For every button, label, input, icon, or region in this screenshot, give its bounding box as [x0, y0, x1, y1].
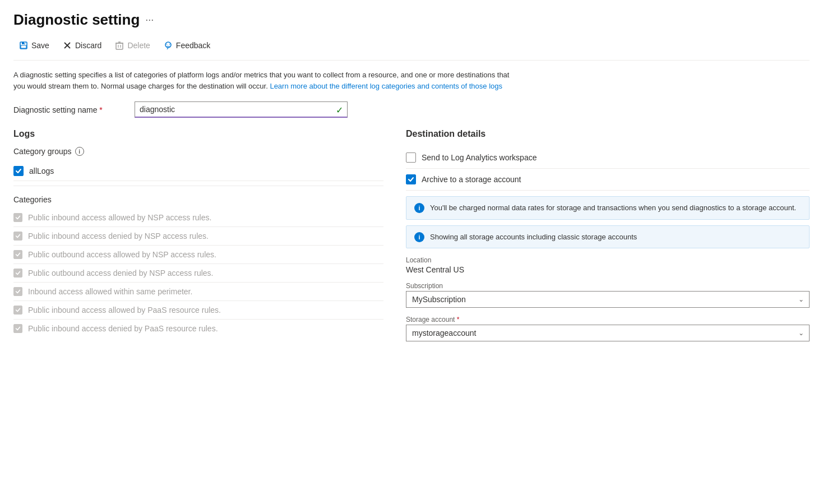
category-row: Inbound access allowed within same perim… — [13, 283, 383, 301]
info-icon-1: i — [414, 203, 424, 213]
svg-rect-3 — [24, 43, 25, 44]
input-valid-icon: ✓ — [336, 104, 343, 115]
category-row: Public outbound access denied by NSP acc… — [13, 264, 383, 283]
location-label: Location — [406, 256, 810, 264]
category-checkbox[interactable] — [13, 250, 22, 259]
category-groups-subsection: Category groups i — [13, 147, 383, 156]
storage-account-dropdown[interactable]: mystorageaccount — [406, 325, 810, 341]
category-checkbox[interactable] — [13, 306, 22, 315]
toolbar: Save Discard Delete — [13, 38, 810, 61]
subscription-label: Subscription — [406, 282, 810, 290]
categories-title: Categories — [13, 195, 383, 204]
save-button[interactable]: Save — [13, 38, 55, 53]
category-checkbox[interactable] — [13, 232, 22, 241]
discard-button[interactable]: Discard — [57, 38, 107, 53]
delete-icon — [115, 41, 124, 50]
archive-row: Archive to a storage account — [406, 169, 810, 191]
info-icon-2: i — [414, 232, 424, 242]
location-group: Location West Central US — [406, 256, 810, 274]
svg-point-12 — [167, 44, 168, 45]
category-checkbox[interactable] — [13, 324, 22, 333]
diagnostic-name-input[interactable] — [135, 101, 348, 118]
category-row: Public inbound access allowed by NSP acc… — [13, 209, 383, 227]
page-title: Diagnostic setting ··· — [13, 11, 810, 29]
log-analytics-checkbox[interactable] — [406, 152, 416, 163]
discard-icon — [63, 41, 72, 50]
category-label: Public inbound access denied by PaaS res… — [28, 324, 218, 333]
archive-label: Archive to a storage account — [422, 175, 521, 184]
category-checkbox[interactable] — [13, 269, 22, 278]
diagnostic-name-row: Diagnostic setting name * ✓ — [13, 101, 810, 118]
alllogs-checkbox[interactable] — [13, 166, 24, 176]
category-label: Public inbound access allowed by PaaS re… — [28, 306, 221, 315]
svg-rect-2 — [21, 45, 26, 48]
subscription-dropdown-wrapper: MySubscription ⌄ — [406, 291, 810, 308]
category-label: Public outbound access denied by NSP acc… — [28, 269, 214, 278]
category-label: Public inbound access allowed by NSP acc… — [28, 213, 211, 222]
categories-section: Categories Public inbound access allowed… — [13, 195, 383, 337]
archive-checkbox[interactable] — [406, 174, 416, 184]
main-content: Logs Category groups i allLogs Categorie… — [13, 129, 810, 341]
learn-more-text: Learn more about the different log categ… — [270, 82, 502, 90]
category-groups-label: Category groups — [13, 147, 72, 156]
destination-section: Destination details Send to Log Analytic… — [406, 129, 810, 341]
category-checkbox[interactable] — [13, 213, 22, 222]
category-row: Public inbound access allowed by PaaS re… — [13, 301, 383, 320]
diagnostic-name-label: Diagnostic setting name * — [13, 105, 126, 114]
storage-account-group: Storage account * mystorageaccount ⌄ — [406, 316, 810, 341]
ellipsis-menu[interactable]: ··· — [145, 14, 154, 26]
category-row: Public outbound access allowed by NSP ac… — [13, 246, 383, 264]
feedback-icon — [164, 41, 173, 50]
storage-info-text-2: Showing all storage accounts including c… — [430, 232, 637, 243]
subscription-dropdown[interactable]: MySubscription — [406, 291, 810, 308]
storage-account-dropdown-wrapper: mystorageaccount ⌄ — [406, 325, 810, 341]
required-indicator: * — [99, 105, 102, 114]
delete-button[interactable]: Delete — [109, 38, 155, 53]
feedback-button[interactable]: Feedback — [158, 38, 216, 53]
location-value: West Central US — [406, 265, 810, 274]
categories-list: Public inbound access allowed by NSP acc… — [13, 209, 383, 337]
storage-info-banner-1: i You'll be charged normal data rates fo… — [406, 196, 810, 220]
log-analytics-row: Send to Log Analytics workspace — [406, 147, 810, 169]
category-checkbox[interactable] — [13, 287, 22, 296]
category-label: Inbound access allowed within same perim… — [28, 287, 192, 296]
storage-required-indicator: * — [457, 316, 460, 323]
alllogs-label: allLogs — [29, 167, 54, 175]
category-groups-info-icon[interactable]: i — [75, 147, 84, 156]
divider — [13, 186, 383, 186]
discard-label: Discard — [75, 41, 101, 50]
category-row: Public inbound access denied by NSP acce… — [13, 227, 383, 246]
subscription-group: Subscription MySubscription ⌄ — [406, 282, 810, 308]
logs-section: Logs Category groups i allLogs Categorie… — [13, 129, 383, 341]
save-label: Save — [31, 41, 49, 50]
diagnostic-name-input-wrapper: ✓ — [135, 101, 348, 118]
logs-section-title: Logs — [13, 129, 383, 139]
log-analytics-label: Send to Log Analytics workspace — [422, 153, 537, 162]
delete-label: Delete — [127, 41, 150, 50]
save-icon — [19, 41, 28, 50]
learn-more-link[interactable]: Learn more about the different log categ… — [270, 82, 502, 90]
storage-info-banner-2: i Showing all storage accounts including… — [406, 225, 810, 249]
storage-info-text-1: You'll be charged normal data rates for … — [430, 202, 796, 214]
alllogs-row: allLogs — [13, 161, 383, 181]
category-label: Public outbound access allowed by NSP ac… — [28, 250, 216, 259]
storage-account-label: Storage account * — [406, 316, 810, 323]
destination-section-title: Destination details — [406, 129, 810, 139]
category-row: Public inbound access denied by PaaS res… — [13, 320, 383, 337]
svg-point-13 — [169, 44, 170, 45]
title-text: Diagnostic setting — [13, 11, 140, 29]
category-label: Public inbound access denied by NSP acce… — [28, 232, 209, 241]
svg-rect-6 — [116, 43, 123, 49]
description-text: A diagnostic setting specifies a list of… — [13, 70, 518, 91]
feedback-label: Feedback — [176, 41, 210, 50]
